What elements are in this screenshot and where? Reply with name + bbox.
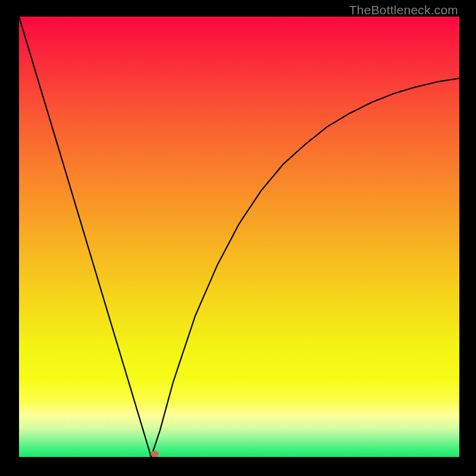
optimal-point-marker	[151, 451, 159, 458]
bottleneck-curve	[19, 17, 459, 457]
watermark-label: TheBottleneck.com	[349, 3, 458, 17]
plot-area	[19, 17, 459, 457]
chart-frame: TheBottleneck.com	[0, 0, 476, 476]
